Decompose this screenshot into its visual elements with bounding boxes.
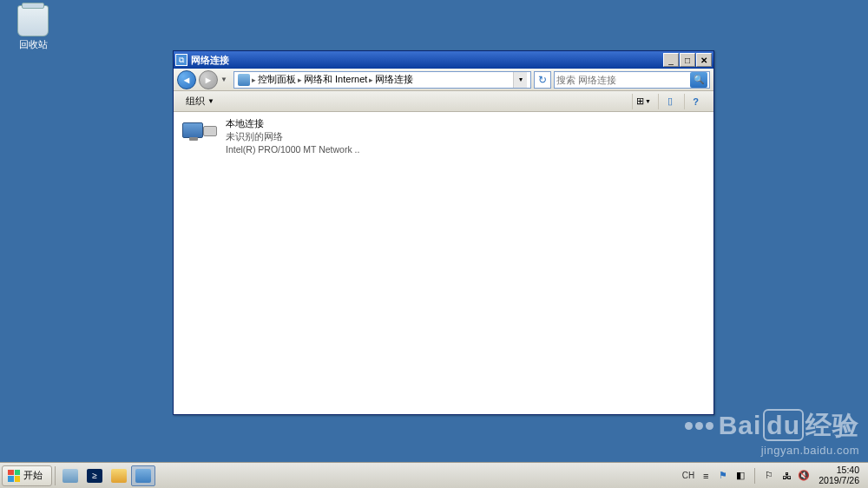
view-options-button[interactable]: ⊞ ▼ <box>632 94 654 109</box>
breadcrumb[interactable]: ▸ 控制面板 ▸ 网络和 Internet ▸ 网络连接 ▾ <box>233 71 531 89</box>
taskbar-separator <box>55 466 56 485</box>
maximize-button[interactable]: □ <box>680 53 695 67</box>
taskbar: 开始 ≥ CH ≡ ⚑ ◧ ⚐ 🖧 🔇 15:40 2019/7/26 <box>0 462 868 488</box>
command-bar: 组织 ▼ ⊞ ▼ ▯ ? <box>174 91 713 112</box>
connection-icon <box>182 117 219 150</box>
connection-item[interactable]: 本地连接 未识别的网络 Intel(R) PRO/1000 MT Network… <box>182 117 408 155</box>
windows-logo-icon <box>8 470 20 482</box>
clock-time: 15:40 <box>819 465 859 476</box>
connection-status: 未识别的网络 <box>226 130 359 143</box>
search-box: 🔍 <box>554 71 710 89</box>
taskbar-clock[interactable]: 15:40 2019/7/26 <box>815 465 863 485</box>
recycle-bin-icon <box>17 5 49 36</box>
preview-pane-button[interactable]: ▯ <box>658 94 681 109</box>
powershell-icon: ≥ <box>87 469 102 483</box>
start-label: 开始 <box>23 469 43 482</box>
help-icon: ? <box>693 96 699 107</box>
organize-menu[interactable]: 组织 ▼ <box>181 93 220 109</box>
connection-device: Intel(R) PRO/1000 MT Network .. <box>226 143 359 155</box>
breadcrumb-dropdown[interactable]: ▾ <box>513 72 527 88</box>
taskbar-pin-explorer[interactable] <box>107 465 131 486</box>
breadcrumb-item[interactable]: 控制面板 <box>258 73 296 86</box>
flag-icon[interactable]: ⚐ <box>763 470 775 482</box>
titlebar[interactable]: ⧉ 网络连接 _ □ ✕ <box>174 51 713 69</box>
watermark: Baidu经验 jingyan.baidu.com <box>685 408 859 457</box>
chevron-right-icon: ▸ <box>369 76 373 84</box>
system-tray: CH ≡ ⚑ ◧ ⚐ 🖧 🔇 15:40 2019/7/26 <box>682 465 866 485</box>
paw-icon <box>685 422 713 430</box>
breadcrumb-item[interactable]: 网络和 Internet <box>304 73 367 86</box>
connection-name: 本地连接 <box>226 117 359 130</box>
volume-icon[interactable]: 🔇 <box>798 470 810 482</box>
window-network-connections: ⧉ 网络连接 _ □ ✕ ◄ ► ▼ ▸ 控制面板 ▸ 网络和 Internet… <box>173 50 714 415</box>
minimize-button[interactable]: _ <box>663 53 679 67</box>
explorer-icon <box>111 469 127 483</box>
window-title: 网络连接 <box>191 54 663 67</box>
search-button[interactable]: 🔍 <box>690 72 707 88</box>
view-icon: ⊞ <box>636 96 644 107</box>
content-area[interactable]: 本地连接 未识别的网络 Intel(R) PRO/1000 MT Network… <box>174 112 713 414</box>
taskbar-app-network-connections[interactable] <box>131 465 155 486</box>
nav-toolbar: ◄ ► ▼ ▸ 控制面板 ▸ 网络和 Internet ▸ 网络连接 ▾ ↻ 🔍 <box>174 69 713 91</box>
back-button[interactable]: ◄ <box>177 70 196 89</box>
start-button[interactable]: 开始 <box>2 465 52 486</box>
network-tray-icon[interactable]: 🖧 <box>780 470 792 482</box>
taskbar-separator <box>754 468 755 484</box>
taskbar-pin-powershell[interactable]: ≥ <box>82 465 107 486</box>
chevron-down-icon: ▼ <box>645 98 651 104</box>
window-icon: ⧉ <box>175 54 187 66</box>
clock-date: 2019/7/26 <box>819 476 859 486</box>
pane-icon: ▯ <box>667 96 673 107</box>
network-window-icon <box>135 469 151 483</box>
window-buttons: _ □ ✕ <box>663 53 712 67</box>
breadcrumb-item[interactable]: 网络连接 <box>375 73 413 86</box>
close-button[interactable]: ✕ <box>696 53 712 67</box>
forward-button[interactable]: ► <box>199 70 218 89</box>
organize-label: 组织 <box>186 95 205 108</box>
action-center-icon[interactable]: ⚑ <box>717 470 729 482</box>
refresh-button[interactable]: ↻ <box>534 71 551 89</box>
chevron-right-icon: ▸ <box>252 76 256 84</box>
chevron-right-icon: ▸ <box>298 76 302 84</box>
tray-icon[interactable]: ◧ <box>734 470 746 482</box>
connection-details: 本地连接 未识别的网络 Intel(R) PRO/1000 MT Network… <box>226 117 359 155</box>
search-input[interactable] <box>556 75 690 85</box>
tray-customize-icon[interactable]: ≡ <box>700 470 712 482</box>
ime-indicator[interactable]: CH <box>682 471 694 480</box>
desktop-icon-label: 回收站 <box>7 38 59 51</box>
desktop-icon-recycle-bin[interactable]: 回收站 <box>7 5 59 51</box>
nav-history-dropdown[interactable]: ▼ <box>220 76 231 83</box>
taskbar-pin-server-manager[interactable] <box>58 465 82 486</box>
chevron-down-icon: ▼ <box>207 97 214 105</box>
server-manager-icon <box>62 469 78 483</box>
help-button[interactable]: ? <box>684 94 707 109</box>
breadcrumb-icon <box>238 74 250 86</box>
